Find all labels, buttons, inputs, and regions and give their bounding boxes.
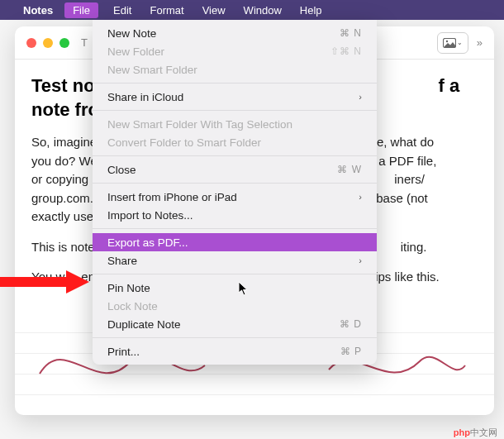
menu-separator xyxy=(93,274,377,274)
menu-separator xyxy=(93,183,377,184)
menu-lock-note: Lock Note xyxy=(93,297,377,315)
close-window-button[interactable] xyxy=(26,38,36,48)
menu-pin-note[interactable]: Pin Note xyxy=(93,279,377,297)
menu-new-smart-folder-tag: New Smart Folder With Tag Selection xyxy=(93,115,377,133)
chevron-down-icon: ⌄ xyxy=(457,39,463,46)
svg-marker-3 xyxy=(66,270,89,293)
menu-separator xyxy=(93,337,377,338)
menu-separator xyxy=(93,110,377,111)
menubar: Notes File Edit Format View Window Help xyxy=(0,0,504,20)
menubar-item-help[interactable]: Help xyxy=(297,2,326,18)
svg-rect-2 xyxy=(0,277,66,287)
watermark: php中文网 xyxy=(454,427,497,439)
menu-separator xyxy=(93,228,377,229)
traffic-lights xyxy=(26,38,69,48)
menu-new-folder: New Folder⇧⌘ N xyxy=(93,42,377,60)
chevron-right-icon: › xyxy=(359,92,362,102)
red-arrow-annotation xyxy=(0,270,89,293)
shortcut: ⌘ N xyxy=(340,27,362,39)
menu-new-smart-folder: New Smart Folder xyxy=(93,60,377,79)
chevron-right-icon: › xyxy=(359,192,362,202)
svg-point-1 xyxy=(446,40,448,41)
photo-button[interactable]: ⌄ xyxy=(437,32,468,54)
menu-share-icloud[interactable]: Share in iCloud› xyxy=(93,88,377,106)
minimize-window-button[interactable] xyxy=(43,38,53,48)
menubar-item-edit[interactable]: Edit xyxy=(110,2,135,18)
menu-close[interactable]: Close⌘ W xyxy=(93,160,377,179)
menu-share[interactable]: Share› xyxy=(93,251,377,270)
menu-new-note[interactable]: New Note⌘ N xyxy=(93,24,377,42)
menu-print[interactable]: Print...⌘ P xyxy=(93,342,377,360)
window-title: T xyxy=(81,36,88,49)
more-icon[interactable]: » xyxy=(477,36,483,49)
chevron-right-icon: › xyxy=(359,255,362,265)
file-menu-dropdown: New Note⌘ N New Folder⇧⌘ N New Smart Fol… xyxy=(93,20,377,365)
menu-insert-iphone-ipad[interactable]: Insert from iPhone or iPad› xyxy=(93,188,377,206)
zoom-window-button[interactable] xyxy=(59,38,69,48)
menu-export-as-pdf[interactable]: Export as PDF... xyxy=(93,233,377,251)
menu-convert-folder: Convert Folder to Smart Folder xyxy=(93,133,377,151)
menubar-item-file[interactable]: File xyxy=(64,2,98,18)
cursor-icon xyxy=(238,281,250,298)
photo-icon xyxy=(443,38,456,48)
menu-duplicate-note[interactable]: Duplicate Note⌘ D xyxy=(93,315,377,333)
menubar-item-view[interactable]: View xyxy=(199,2,229,18)
menubar-item-format[interactable]: Format xyxy=(146,2,187,18)
menu-separator xyxy=(93,155,377,156)
menubar-app-name[interactable]: Notes xyxy=(23,4,53,17)
menubar-item-window[interactable]: Window xyxy=(240,2,285,18)
menu-import-to-notes[interactable]: Import to Notes... xyxy=(93,206,377,224)
menu-separator xyxy=(93,83,377,84)
